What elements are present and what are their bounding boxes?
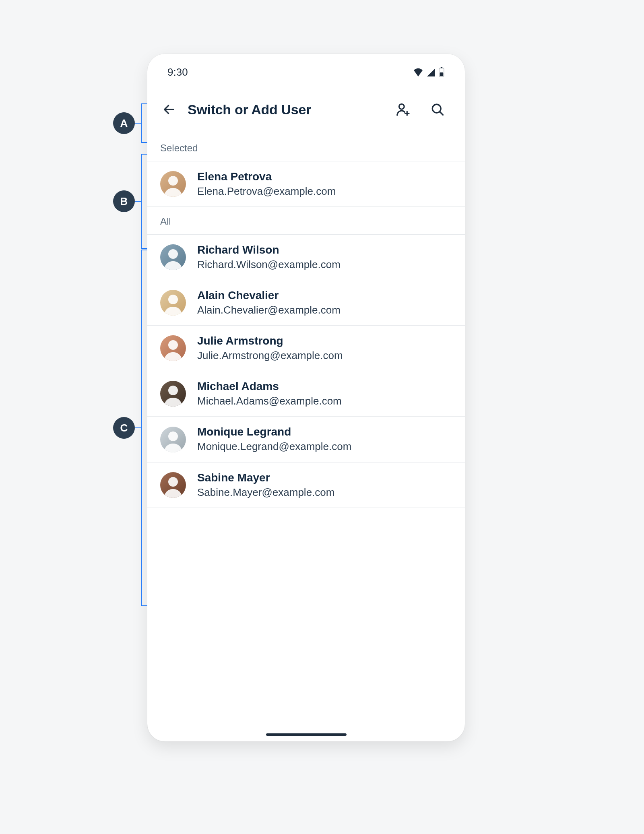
user-row[interactable]: Julie Armstrong Julie.Armstrong@example.… [147,326,465,371]
annotation-b: B [113,190,142,212]
user-email: Elena.Petrova@example.com [197,184,336,198]
user-email: Sabine.Mayer@example.com [197,485,334,500]
signal-icon [426,68,436,76]
user-name: Elena Petrova [197,169,336,184]
user-row[interactable]: Alain Chevalier Alain.Chevalier@example.… [147,280,465,326]
annotation-badge-b: B [113,190,135,212]
back-button[interactable] [159,100,179,119]
svg-point-9 [168,176,178,186]
annotation-a: A [113,112,142,134]
add-user-button[interactable] [392,99,413,120]
user-name: Alain Chevalier [197,288,341,302]
status-icons [413,67,445,77]
section-header-selected: Selected [147,129,465,161]
gesture-bar [266,733,347,736]
status-time: 9:30 [167,66,188,78]
svg-point-4 [399,104,405,109]
svg-point-10 [168,249,178,259]
avatar [160,427,186,452]
user-email: Monique.Legrand@example.com [197,440,351,454]
phone-frame: 9:30 Switch or Add User Selected [147,54,465,741]
annotation-badge-c: C [113,417,135,439]
annotation-bracket-c [141,250,147,606]
user-name: Sabine Mayer [197,471,334,485]
svg-point-14 [168,431,178,441]
user-email: Michael.Adams@example.com [197,394,342,408]
status-bar: 9:30 [147,54,465,90]
app-bar: Switch or Add User [147,90,465,129]
page-title: Switch or Add User [188,102,311,118]
avatar [160,244,186,270]
battery-icon [438,67,445,77]
avatar [160,171,186,197]
user-name: Monique Legrand [197,425,351,439]
user-email: Alain.Chevalier@example.com [197,303,341,317]
user-row[interactable]: Richard Wilson Richard.Wilson@example.co… [147,235,465,280]
selected-user-row[interactable]: Elena Petrova Elena.Petrova@example.com [147,161,465,207]
wifi-icon [413,68,424,76]
avatar [160,472,186,498]
svg-point-13 [168,386,178,395]
avatar [160,335,186,361]
svg-point-15 [168,477,178,487]
user-name: Richard Wilson [197,243,341,257]
avatar [160,381,186,407]
annotation-bracket-b [141,154,147,249]
svg-point-12 [168,340,178,350]
section-header-all: All [147,207,465,234]
annotation-badge-a: A [113,112,135,134]
user-row[interactable]: Sabine Mayer Sabine.Mayer@example.com [147,462,465,508]
search-button[interactable] [427,99,448,120]
annotation-bracket-a [141,103,147,143]
user-name: Julie Armstrong [197,334,343,348]
svg-rect-2 [440,72,444,76]
user-name: Michael Adams [197,379,342,393]
annotation-c: C [113,417,142,439]
arrow-left-icon [162,103,176,116]
search-icon [430,102,445,117]
user-email: Julie.Armstrong@example.com [197,349,343,363]
svg-line-8 [440,111,443,115]
add-user-icon [395,102,411,117]
svg-point-11 [168,295,178,304]
avatar [160,290,186,316]
user-email: Richard.Wilson@example.com [197,258,341,272]
user-row[interactable]: Michael Adams Michael.Adams@example.com [147,371,465,417]
user-row[interactable]: Monique Legrand Monique.Legrand@example.… [147,417,465,462]
